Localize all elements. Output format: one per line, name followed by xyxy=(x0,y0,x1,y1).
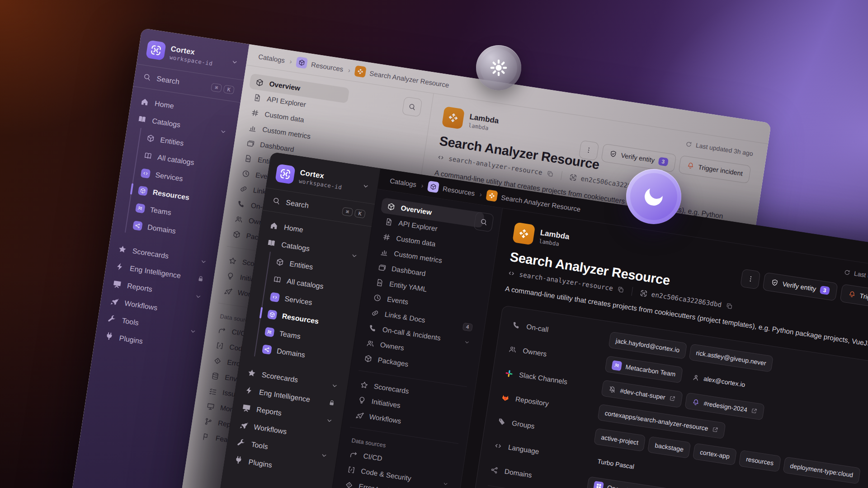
book-open-icon xyxy=(143,151,153,161)
cortex-logo-icon xyxy=(275,164,296,184)
plug-icon xyxy=(233,455,244,465)
home-icon xyxy=(269,220,279,231)
book-icon xyxy=(266,238,277,249)
code-icon xyxy=(436,153,445,161)
monitor-icon xyxy=(206,401,216,411)
nodes-icon xyxy=(132,221,143,231)
search-shortcut: ⌘ K xyxy=(342,207,366,218)
breadcrumb-item[interactable]: Catalogs › xyxy=(389,177,424,189)
search-placeholder: Search xyxy=(285,198,309,210)
dark-theme-toggle[interactable] xyxy=(626,169,681,224)
chip[interactable]: backstage xyxy=(647,436,691,459)
flag-icon xyxy=(201,432,211,442)
book-open-icon xyxy=(273,275,283,285)
users-icon xyxy=(366,338,376,348)
code-icon xyxy=(270,292,280,302)
team-icon xyxy=(264,327,275,337)
code-icon xyxy=(507,269,516,277)
search-icon xyxy=(479,217,488,226)
cube-icon xyxy=(363,353,373,363)
chevron-down-icon xyxy=(231,58,239,66)
dark-theme-window: Cortex workspace-id Search ⌘ K xyxy=(193,152,868,488)
chev-down-icon xyxy=(463,338,471,346)
hero-background: Cortex workspace-id Search ⌘ K xyxy=(0,0,868,488)
chev-down-icon xyxy=(199,258,208,266)
bolt-icon xyxy=(114,261,125,272)
home-icon xyxy=(139,96,150,107)
cube-icon xyxy=(146,133,156,143)
shield-icon xyxy=(609,150,618,158)
link-icon xyxy=(370,308,380,318)
copy-icon[interactable] xyxy=(546,169,554,178)
more-actions-button[interactable] xyxy=(579,140,599,161)
bell-icon xyxy=(692,398,700,406)
brackets-icon xyxy=(346,465,356,475)
copy-icon[interactable] xyxy=(616,286,624,294)
wrench-icon xyxy=(107,314,118,324)
chev-down-icon xyxy=(189,327,197,335)
divider xyxy=(631,287,633,296)
last-updated: Last updated 3h ago xyxy=(685,140,753,157)
file-code-icon xyxy=(243,154,253,164)
light-theme-toggle[interactable] xyxy=(476,45,521,90)
plug-icon xyxy=(104,331,115,342)
diamond-icon xyxy=(344,480,354,488)
star-o-icon xyxy=(359,380,369,390)
chev-down-icon xyxy=(194,292,202,300)
pipe-icon xyxy=(217,325,227,335)
rocket-o-icon xyxy=(355,410,365,420)
hash-icon xyxy=(250,108,260,118)
kebab-icon xyxy=(746,274,755,283)
verify-count-badge: 3 xyxy=(658,157,668,166)
cortex-glyph-icon xyxy=(569,173,577,182)
lambda-icon xyxy=(354,66,366,78)
cube-icon xyxy=(275,257,285,267)
wrench-icon xyxy=(236,437,247,448)
panels-icon xyxy=(377,263,387,272)
bars-icon xyxy=(248,123,258,133)
file-api-icon xyxy=(253,93,263,103)
breadcrumb-item[interactable]: Resources › xyxy=(296,56,351,75)
subnav-search-button[interactable] xyxy=(402,97,423,117)
external-icon xyxy=(712,426,719,433)
slack-icon xyxy=(504,369,514,379)
cube-icon xyxy=(138,185,148,196)
chip[interactable]: resources xyxy=(739,450,781,472)
copy-icon[interactable] xyxy=(725,302,733,310)
star-icon xyxy=(246,368,257,379)
refresh-icon[interactable] xyxy=(685,140,693,148)
chip[interactable]: cortex-app xyxy=(693,443,737,466)
chip[interactable]: Turbo Pascal xyxy=(590,452,642,476)
refresh-icon[interactable] xyxy=(843,268,851,276)
search-icon xyxy=(407,102,416,111)
entity-type-icon xyxy=(512,222,535,245)
bulb-icon xyxy=(226,271,236,281)
users-icon xyxy=(234,214,244,224)
checklist-icon xyxy=(208,386,218,396)
db-icon xyxy=(210,371,220,381)
clock-icon xyxy=(373,293,382,303)
more-actions-button[interactable] xyxy=(740,268,761,289)
cube-icon xyxy=(296,56,308,69)
subnav-search-button[interactable] xyxy=(473,211,494,232)
code-icon xyxy=(141,168,151,178)
verify-count-badge: 3 xyxy=(820,286,830,295)
cube-icon xyxy=(255,77,265,87)
breadcrumb-item[interactable]: Catalogs › xyxy=(258,52,292,65)
person-icon xyxy=(692,373,700,382)
kebab-icon xyxy=(585,146,593,155)
chip[interactable]: active-project xyxy=(594,428,646,452)
lambda-icon xyxy=(486,189,498,202)
star-icon xyxy=(117,244,128,255)
cube-icon xyxy=(267,309,278,319)
chart-icon xyxy=(241,403,252,413)
last-updated: Last updated 3h ago xyxy=(843,268,868,285)
branch-icon xyxy=(203,417,213,427)
phone-icon xyxy=(236,199,246,209)
clock-icon xyxy=(241,169,251,178)
bell-slash-icon xyxy=(608,385,617,394)
phone-icon xyxy=(511,320,521,330)
chev-down-icon xyxy=(350,251,359,259)
team-icon xyxy=(611,360,622,371)
breadcrumb-item[interactable]: Resources › xyxy=(427,181,483,200)
